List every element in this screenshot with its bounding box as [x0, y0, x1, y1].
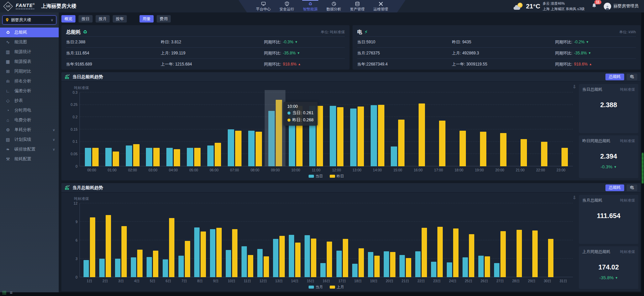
sidebar-item-electricity-fee-analysis[interactable]: ⌂电费分析	[0, 115, 59, 125]
bar-group[interactable]: 18日	[350, 203, 366, 277]
bar-group[interactable]: 02:00	[122, 92, 143, 166]
bar-group[interactable]: 11日	[239, 203, 255, 277]
nav-item-platform-center[interactable]: 平台中心	[256, 0, 271, 12]
nav-item-asset-management[interactable]: 资产管理	[350, 0, 365, 12]
bar-group[interactable]: 06:00	[204, 92, 224, 166]
sidebar-item-energy-flow[interactable]: ∿能流图	[0, 37, 59, 47]
bar-group[interactable]: 12日	[255, 203, 271, 277]
bar-group[interactable]: 16日	[318, 203, 334, 277]
electricity-button[interactable]: 电	[627, 74, 637, 80]
sidebar-item-energy-statistics[interactable]: ▥能源统计	[0, 47, 59, 57]
nav-item-smart-energy[interactable]: ♻智慧能源	[303, 0, 318, 12]
electricity-button[interactable]: 电	[627, 184, 637, 191]
bar-group[interactable]: 30日	[540, 203, 555, 277]
bar-group[interactable]: 20日	[382, 203, 397, 277]
sidebar-item-meter-reading[interactable]: ◇抄表	[0, 96, 59, 105]
bar-group[interactable]: 8日	[192, 203, 208, 277]
nav-item-data-analysis[interactable]: 数据分析	[326, 0, 341, 12]
building-tree-select[interactable]: 丽婴房大楼 ∨	[2, 15, 56, 25]
sidebar-item-plan-vs-actual[interactable]: ▤计划实绩∨	[0, 135, 59, 144]
legend-item[interactable]: 当月	[309, 285, 323, 290]
bar-group[interactable]: 4日	[129, 203, 145, 277]
bar-group[interactable]: 15日	[303, 203, 318, 277]
bar-group[interactable]: 23:00	[551, 92, 571, 166]
bar-group[interactable]: 19:00	[469, 92, 490, 166]
period-tab[interactable]: 按年	[113, 15, 127, 23]
card-total-energy: 总能耗 ♻ 单位: 吨标准煤 当日:2.388 昨日: 3.812 同期环比: …	[61, 25, 350, 70]
sidebar-item-ranking-analysis[interactable]: ılı排名分析	[0, 76, 59, 86]
sidebar-item-time-of-use-power[interactable]: ◔分时用电	[0, 105, 59, 115]
bar-group[interactable]: 17:00	[428, 92, 449, 166]
bar-group[interactable]: 3日	[113, 203, 129, 277]
bar-group[interactable]: 31日	[555, 203, 571, 277]
period-tab[interactable]: 概览	[61, 15, 75, 23]
bar-group[interactable]: 05:00	[183, 92, 204, 166]
bar-group[interactable]: 14日	[287, 203, 303, 277]
mode-tab[interactable]: 用量	[140, 15, 154, 23]
scrollbar-thumb[interactable]	[642, 153, 644, 184]
sidebar-item-energy-config[interactable]: ⚒能耗配置	[0, 154, 59, 164]
sidebar-item-deviation-analysis[interactable]: ∟偏差分析	[0, 86, 59, 96]
grid-dots-icon[interactable]	[2, 291, 7, 295]
nav-item-label: 智慧能源	[303, 7, 318, 12]
bar-group[interactable]: 18:00	[449, 92, 469, 166]
bar-group[interactable]: 26日	[476, 203, 492, 277]
bar-group[interactable]: 13日	[271, 203, 287, 277]
bar-group[interactable]: 25日	[461, 203, 476, 277]
legend-item[interactable]: 昨日	[330, 174, 344, 179]
sidebar-item-total-energy[interactable]: ♻总能耗	[0, 28, 59, 37]
bar-group[interactable]: 07:00	[224, 92, 245, 166]
legend-item[interactable]: 上月	[330, 285, 344, 290]
bar-group[interactable]: 5日	[145, 203, 160, 277]
period-tab[interactable]: 按月	[96, 15, 110, 23]
download-icon[interactable]: ⇩	[573, 84, 576, 89]
mode-tab[interactable]: 费用	[157, 15, 171, 23]
bar-group[interactable]: 03:00	[143, 92, 163, 166]
bar-group[interactable]: 14:00	[367, 92, 388, 166]
bar-group[interactable]: 6日	[160, 203, 176, 277]
total-energy-button[interactable]: 总能耗	[605, 74, 624, 80]
bar-group[interactable]: 28日	[508, 203, 524, 277]
bar-group[interactable]: 16:00	[408, 92, 428, 166]
sidebar-item-energy-report[interactable]: ▦能源报表	[0, 57, 59, 67]
bar-group[interactable]: 13:00	[347, 92, 367, 166]
nav-item-safe-operation[interactable]: 安全运行	[279, 0, 294, 12]
bar-group[interactable]: 21:00	[510, 92, 530, 166]
menu-toggle-icon[interactable]: ≡	[10, 290, 12, 295]
sidebar-item-unit-consumption-analysis[interactable]: ⚙单耗分析∨	[0, 125, 59, 135]
bar-group[interactable]: 7日	[176, 203, 192, 277]
bar-group[interactable]: 9日	[208, 203, 224, 277]
bar-group[interactable]: 23日	[429, 203, 445, 277]
y-axis-tick: 0.2	[72, 115, 80, 119]
bar-group[interactable]: 12:00	[326, 92, 347, 166]
bar-group[interactable]: 17日	[334, 203, 350, 277]
bar-group[interactable]: 04:00	[163, 92, 183, 166]
bar-group[interactable]: 22:00	[530, 92, 551, 166]
bar-group[interactable]: 08:00	[245, 92, 265, 166]
page-scrollbar[interactable]	[641, 12, 644, 296]
sidebar-item-carbon-emission-config[interactable]: ❧碳排放配置∨	[0, 144, 59, 154]
nav-item-operation-maintenance[interactable]: 运维管理	[373, 0, 388, 12]
bar-group[interactable]: 29日	[524, 203, 540, 277]
bar-group[interactable]: 2日	[97, 203, 113, 277]
bar-group[interactable]: 21日	[397, 203, 413, 277]
legend-item[interactable]: 当日	[309, 174, 323, 179]
bar-group[interactable]: 19日	[366, 203, 382, 277]
bar-group[interactable]: 00:00	[82, 92, 102, 166]
bar-group[interactable]: 27日	[492, 203, 508, 277]
bar-group[interactable]: 1日	[82, 203, 97, 277]
bar-group[interactable]: 24日	[445, 203, 461, 277]
period-tab[interactable]: 按日	[78, 15, 93, 23]
download-icon[interactable]: ⇩	[573, 195, 576, 200]
notifications-button[interactable]: 11	[591, 3, 597, 10]
sidebar-item-period-comparison[interactable]: ⊞同期对比	[0, 67, 59, 76]
bar-group[interactable]: 15:00	[387, 92, 408, 166]
bar-group[interactable]: 01:00	[102, 92, 122, 166]
bar-group[interactable]: 10日	[224, 203, 239, 277]
bar-上月	[169, 218, 174, 277]
trend-arrow-icon: ▼	[297, 51, 300, 55]
bar-group[interactable]: 22日	[413, 203, 429, 277]
bar-group[interactable]: 20:00	[490, 92, 510, 166]
total-energy-button[interactable]: 总能耗	[605, 184, 624, 191]
user-menu[interactable]: 丽婴房管理员	[604, 3, 639, 10]
